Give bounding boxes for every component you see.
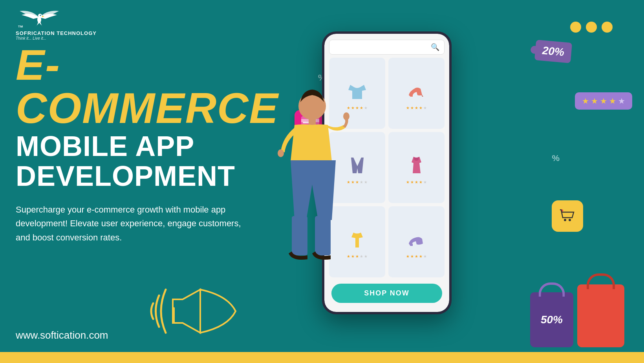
logo-area: TM SOFRICATION TECHNOLOGY Think it... Li… xyxy=(16,8,97,40)
bag-red xyxy=(577,284,624,347)
discount-tag: 20% xyxy=(534,40,572,63)
bag-purple: 50% xyxy=(530,292,573,347)
star-3: ★ xyxy=(600,96,607,106)
shopping-bags: 50% xyxy=(530,284,624,347)
cart-icon-float xyxy=(552,200,583,232)
svg-rect-12 xyxy=(309,118,316,126)
description-text: Supercharge your e-commerce growth with … xyxy=(16,203,243,244)
dot-2 xyxy=(586,22,597,33)
svg-point-9 xyxy=(564,219,566,221)
svg-rect-15 xyxy=(292,216,307,255)
subtitle-line1: MOBILE APP xyxy=(16,132,267,161)
shoes-stars: ★ ★ ★ ★ ★ xyxy=(406,254,427,258)
product-image-heels xyxy=(404,78,429,104)
product-card-shoes: ★ ★ ★ ★ ★ xyxy=(388,206,445,277)
shoes-icon xyxy=(406,229,427,250)
svg-point-14 xyxy=(278,149,284,157)
decorative-dots xyxy=(570,22,613,33)
brand-name: SOFRICATION TECHNOLOGY xyxy=(16,30,97,36)
main-container: TM SOFRICATION TECHNOLOGY Think it... Li… xyxy=(0,0,644,363)
shopping-cart-icon xyxy=(558,207,577,226)
dress-stars: ★ ★ ★ ★ ★ xyxy=(406,180,427,184)
subtitle-line2: DEVELOPMENT xyxy=(16,161,267,191)
person-illustration xyxy=(255,82,353,318)
megaphone-illustration xyxy=(149,272,247,350)
product-image-shoes xyxy=(404,227,429,252)
dot-1 xyxy=(570,22,581,33)
gold-bar xyxy=(0,352,644,363)
star-2: ★ xyxy=(591,96,598,106)
product-image-dress xyxy=(404,152,429,178)
heels-stars: ★ ★ ★ ★ ★ xyxy=(406,106,427,110)
heels-icon xyxy=(406,80,427,102)
svg-rect-17 xyxy=(173,307,175,323)
dress-icon xyxy=(406,154,427,176)
logo-bird-icon: TM xyxy=(16,8,63,29)
svg-point-10 xyxy=(569,219,571,221)
brand-tagline: Think it... Live it... xyxy=(16,36,46,40)
star-5-empty: ★ xyxy=(618,96,625,106)
product-card-dress: ★ ★ ★ ★ ★ xyxy=(388,132,445,203)
search-icon: 🔍 xyxy=(431,43,439,51)
rating-bar: ★ ★ ★ ★ ★ xyxy=(575,92,632,110)
dot-3 xyxy=(602,22,613,33)
svg-point-13 xyxy=(343,112,349,120)
product-card-heels: ★ ★ ★ ★ ★ xyxy=(388,58,445,129)
svg-rect-16 xyxy=(315,216,331,255)
phone-search-bar: 🔍 xyxy=(329,40,445,55)
svg-point-3 xyxy=(40,15,41,16)
star-4: ★ xyxy=(609,96,616,106)
subtitle: MOBILE APP DEVELOPMENT xyxy=(16,132,267,191)
website-url: www.softication.com xyxy=(16,329,108,341)
star-1: ★ xyxy=(582,96,589,106)
left-content: E-COMMERCE MOBILE APP DEVELOPMENT Superc… xyxy=(16,43,267,244)
main-title: E-COMMERCE xyxy=(16,43,267,130)
sale-percent: 50% xyxy=(541,314,563,326)
svg-text:TM: TM xyxy=(18,25,23,28)
percent-decoration-3: % xyxy=(552,153,560,163)
